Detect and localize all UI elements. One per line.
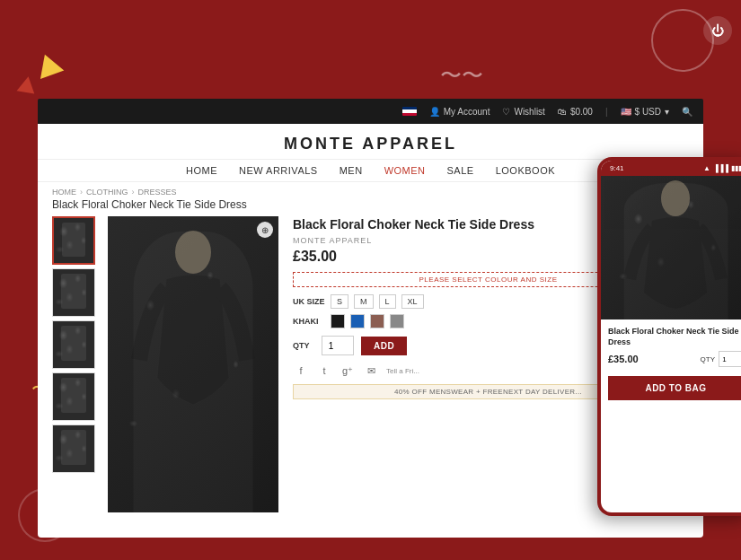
thumb-dress-3: [53, 321, 94, 368]
thumb-dress-4: [53, 373, 94, 420]
size-label: UK SIZE: [293, 297, 325, 306]
qty-label: QTY: [293, 341, 314, 350]
qty-input[interactable]: [322, 336, 354, 355]
svg-point-0: [175, 231, 211, 274]
signal-icon: ▐▐▐: [713, 164, 728, 172]
mobile-product-name: Black Floral Choker Neck Tie Side Dress: [608, 327, 741, 347]
floral-pattern-4: [53, 373, 94, 420]
mobile-price-row: £35.00 QTY: [608, 351, 741, 367]
google-plus-icon[interactable]: g⁺: [340, 363, 356, 379]
thumb-dress-1: [54, 218, 93, 263]
currency-flag-icon: 🇺🇸: [621, 107, 631, 117]
colour-label: KHAKI: [293, 317, 325, 326]
thumbnail-1[interactable]: [52, 216, 95, 265]
mobile-mockup: 9:41 ▲ ▐▐▐ ▮▮▮ Black Floral Choker Neck …: [597, 157, 741, 516]
wifi-icon: ▲: [703, 164, 710, 172]
nav-item-home[interactable]: HOME: [186, 165, 217, 176]
cart-amount: $0.00: [570, 107, 593, 117]
search-icon: 🔍: [682, 107, 692, 117]
nav-item-lookbook[interactable]: LOOKBOOK: [496, 165, 555, 176]
nav-item-men[interactable]: MEN: [340, 165, 363, 176]
mobile-qty-row: QTY: [701, 351, 741, 367]
colour-swatch-blue[interactable]: [350, 314, 365, 328]
breadcrumb-home[interactable]: HOME: [52, 188, 76, 197]
account-label: My Account: [444, 107, 490, 117]
floral-pattern-1: [54, 218, 93, 263]
decorative-circle-top-right: [651, 9, 714, 72]
decorative-triangle-yellow: [33, 50, 65, 79]
flag-item[interactable]: [402, 107, 417, 116]
cart-item[interactable]: 🛍 $0.00: [558, 107, 593, 117]
cart-icon: 🛍: [558, 107, 567, 117]
currency-label: $ USD: [635, 107, 661, 117]
colour-swatch-brown[interactable]: [370, 314, 384, 328]
main-image-bg: [108, 216, 278, 512]
floral-pattern-3: [53, 321, 94, 368]
facebook-icon[interactable]: f: [293, 363, 309, 379]
mobile-time: 9:41: [610, 164, 624, 172]
email-icon[interactable]: ✉: [363, 363, 379, 379]
mobile-add-btn[interactable]: ADD TO BAG: [608, 376, 741, 400]
currency-chevron-icon: ▾: [665, 107, 669, 117]
heart-icon: ♡: [502, 107, 510, 117]
thumb-dress-2: [53, 269, 94, 316]
battery-icon: ▮▮▮: [731, 164, 741, 172]
breadcrumb-sep-1: ›: [80, 188, 83, 197]
store-header: MONTE APPAREL: [38, 124, 703, 160]
nav-item-women[interactable]: WOMEN: [384, 165, 426, 176]
account-icon: 👤: [429, 107, 440, 117]
top-bar: 👤 My Account ♡ Wishlist 🛍 $0.00 | 🇺🇸 $ U…: [38, 99, 703, 124]
main-product-image: ⊕: [108, 216, 278, 512]
decorative-squiggle-top: 〜〜: [440, 61, 483, 90]
decorative-triangle-red: [17, 74, 38, 93]
search-item[interactable]: 🔍: [682, 107, 692, 117]
svg-point-1: [661, 180, 690, 216]
thumb-dress-5: [53, 425, 94, 472]
colour-swatch-grey[interactable]: [390, 314, 404, 328]
tell-friend-label: Tell a Fri...: [386, 367, 419, 375]
size-btn-l[interactable]: L: [379, 294, 396, 309]
thumbnail-3[interactable]: [52, 320, 95, 369]
thumbnail-5[interactable]: [52, 424, 95, 473]
mobile-qty-label: QTY: [701, 355, 715, 363]
size-btn-xl[interactable]: XL: [401, 294, 424, 309]
mobile-price: £35.00: [608, 354, 639, 364]
brand-icon-top-right: ⏻: [703, 16, 732, 45]
floral-pattern-5: [53, 425, 94, 472]
twitter-icon[interactable]: t: [316, 363, 332, 379]
floral-pattern-2: [53, 269, 94, 316]
breadcrumb-dresses[interactable]: DRESSES: [138, 188, 177, 197]
breadcrumb-sep-2: ›: [132, 188, 135, 197]
size-btn-m[interactable]: M: [354, 294, 374, 309]
currency-item[interactable]: 🇺🇸 $ USD ▾: [621, 107, 669, 117]
mobile-qty-input[interactable]: [719, 351, 741, 367]
wishlist-item[interactable]: ♡ Wishlist: [502, 107, 544, 117]
breadcrumb-clothing[interactable]: CLOTHING: [86, 188, 128, 197]
colour-swatch-black[interactable]: [331, 314, 345, 328]
thumbnail-2[interactable]: [52, 268, 95, 317]
nav-item-sale[interactable]: SALE: [447, 165, 474, 176]
size-btn-s[interactable]: S: [331, 294, 348, 309]
mobile-screen: 9:41 ▲ ▐▐▐ ▮▮▮ Black Floral Choker Neck …: [601, 161, 741, 512]
account-item[interactable]: 👤 My Account: [429, 107, 490, 117]
uk-flag-icon: [402, 107, 417, 116]
store-logo: MONTE APPAREL: [38, 135, 703, 153]
mobile-product-body: Black Floral Choker Neck Tie Side Dress …: [601, 319, 741, 512]
wishlist-label: Wishlist: [514, 107, 544, 117]
divider: |: [605, 107, 608, 117]
nav-item-new-arrivals[interactable]: NEW ARRIVALS: [239, 165, 318, 176]
mobile-status-icons: ▲ ▐▐▐ ▮▮▮: [703, 164, 741, 172]
mobile-product-image: [601, 176, 741, 319]
mobile-status-bar: 9:41 ▲ ▐▐▐ ▮▮▮: [601, 161, 741, 176]
add-to-bag-button[interactable]: ADD: [361, 337, 407, 355]
product-thumbnails: [52, 216, 99, 512]
zoom-icon[interactable]: ⊕: [257, 222, 273, 238]
thumbnail-4[interactable]: [52, 372, 95, 421]
